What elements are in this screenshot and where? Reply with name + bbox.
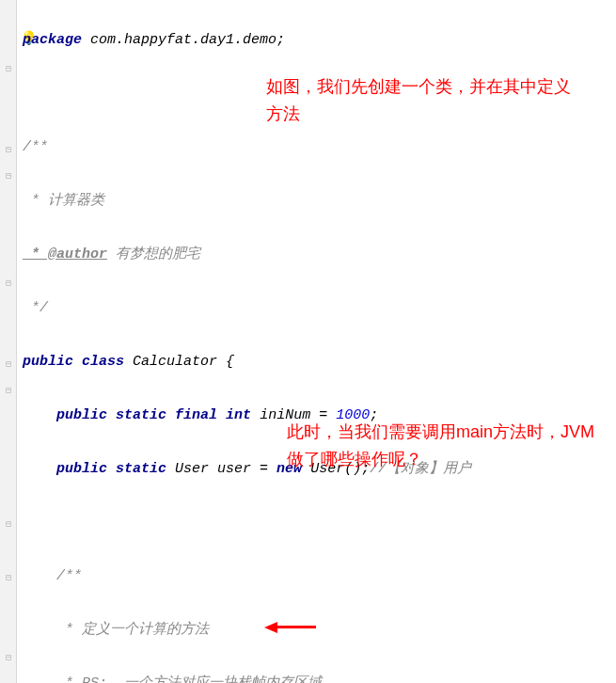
doc-comment: * 定义一个计算的方法	[56, 622, 209, 638]
fold-icon[interactable]: ⊟	[2, 516, 15, 529]
annotation-text-2: 此时，当我们需要调用main方法时，JVM做了哪些操作呢？	[287, 419, 607, 473]
doc-comment: * 计算器类	[23, 193, 104, 209]
class-name: Calculator {	[124, 354, 234, 370]
keyword-package: package	[23, 32, 82, 48]
doc-comment: * PS: 一个方法对应一块栈帧内存区域	[56, 675, 322, 684]
keyword-public: public	[56, 407, 107, 423]
fold-icon[interactable]: ⊟	[2, 275, 15, 288]
keyword-public: public	[23, 354, 73, 370]
doc-comment: 有梦想的肥宅	[107, 246, 200, 262]
code-text: =	[251, 461, 276, 477]
fold-icon[interactable]: ⊟	[2, 569, 15, 582]
package-path: com.happyfat.day1.demo;	[82, 32, 285, 48]
doc-tag-author: * @author	[23, 246, 107, 262]
annotation-text-1: 如图，我们先创建一个类，并在其中定义方法	[266, 73, 586, 128]
doc-comment: /**	[23, 139, 48, 155]
fold-icon[interactable]: ⊟	[2, 356, 15, 369]
keyword-public: public	[56, 461, 107, 477]
doc-comment: */	[23, 300, 48, 316]
fold-icon[interactable]: ⊟	[2, 141, 15, 154]
fold-icon[interactable]: ⊟	[2, 382, 15, 395]
keyword-static: static	[116, 461, 166, 477]
keyword-class: class	[82, 354, 124, 370]
fold-icon[interactable]: ⊟	[2, 167, 15, 181]
fold-icon[interactable]: ⊟	[2, 60, 15, 73]
keyword-static: static	[116, 407, 166, 423]
keyword-final: final	[175, 407, 217, 423]
fold-icon[interactable]: ⊟	[2, 649, 15, 662]
keyword-int: int	[226, 407, 251, 423]
field-name: user	[217, 461, 251, 477]
doc-comment: /**	[56, 568, 82, 584]
type-name: User	[166, 461, 217, 477]
editor-gutter: ⊟ ⊟ ⊟ ⊟ ⊟ ⊟ ⊟ ⊟ ⊟	[0, 0, 17, 683]
